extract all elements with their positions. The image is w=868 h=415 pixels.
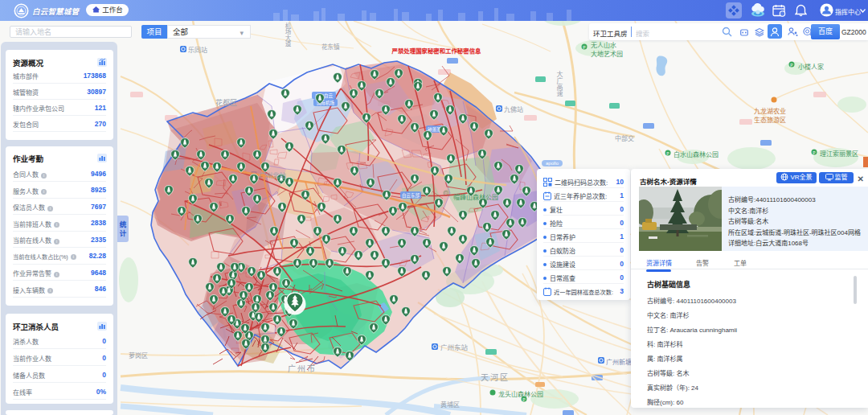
svg-text:白云东部: 白云东部 xyxy=(402,192,420,199)
